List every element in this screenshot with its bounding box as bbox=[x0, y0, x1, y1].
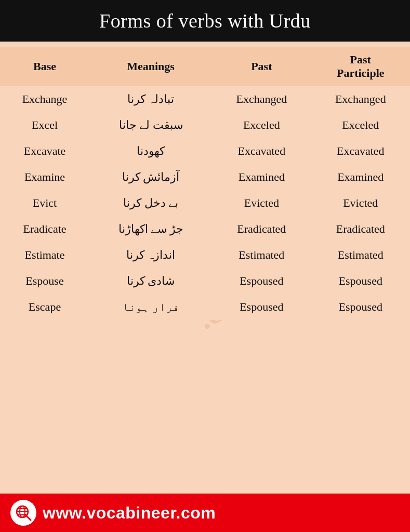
table-container: www.vocabineer.com Base Meanings Past Pa… bbox=[0, 42, 410, 494]
col-meanings: Meanings bbox=[89, 47, 212, 86]
page-header: Forms of verbs with Urdu bbox=[0, 0, 410, 42]
col-base: Base bbox=[0, 47, 89, 86]
cell-past: Eradicated bbox=[212, 216, 311, 242]
cell-base: Evict bbox=[0, 190, 89, 216]
cell-base: Espouse bbox=[0, 268, 89, 294]
cell-past-participle: Excavated bbox=[311, 138, 410, 164]
table-row: Escapeفرار ہوناEspousedEspoused bbox=[0, 294, 410, 320]
cell-past: Espoused bbox=[212, 294, 311, 320]
cell-meaning: جڑ سے اکھاڑنا bbox=[89, 216, 212, 242]
table-row: Exchangeتبادلہ کرناExchangedExchanged bbox=[0, 86, 410, 112]
cell-base: Excavate bbox=[0, 138, 89, 164]
cell-past-participle: Examined bbox=[311, 164, 410, 190]
svg-point-6 bbox=[24, 514, 27, 516]
cell-meaning: اندازہ کرنا bbox=[89, 242, 212, 268]
table-row: Examineآزمائش کرناExaminedExamined bbox=[0, 164, 410, 190]
cell-past-participle: Espoused bbox=[311, 294, 410, 320]
cell-meaning: بے دخل کرنا bbox=[89, 190, 212, 216]
cell-meaning: شادی کرنا bbox=[89, 268, 212, 294]
cell-past-participle: Estimated bbox=[311, 242, 410, 268]
cell-past-participle: Evicted bbox=[311, 190, 410, 216]
cell-meaning: آزمائش کرنا bbox=[89, 164, 212, 190]
cell-past-participle: Espoused bbox=[311, 268, 410, 294]
svg-line-5 bbox=[27, 516, 31, 520]
cell-base: Excel bbox=[0, 112, 89, 138]
cell-past-participle: Exceled bbox=[311, 112, 410, 138]
col-past-participle: PastParticiple bbox=[311, 47, 410, 86]
website-icon bbox=[10, 500, 36, 526]
cell-base: Examine bbox=[0, 164, 89, 190]
cell-past-participle: Eradicated bbox=[311, 216, 410, 242]
cell-meaning: کھودنا bbox=[89, 138, 212, 164]
cell-past: Excavated bbox=[212, 138, 311, 164]
table-row: Espouseشادی کرناEspousedEspoused bbox=[0, 268, 410, 294]
cell-past: Estimated bbox=[212, 242, 311, 268]
footer: www.vocabineer.com bbox=[0, 494, 410, 532]
cell-past: Espoused bbox=[212, 268, 311, 294]
cell-meaning: تبادلہ کرنا bbox=[89, 86, 212, 112]
table-row: Estimateاندازہ کرناEstimatedEstimated bbox=[0, 242, 410, 268]
cell-meaning: فرار ہونا bbox=[89, 294, 212, 320]
col-past: Past bbox=[212, 47, 311, 86]
verbs-table: Base Meanings Past PastParticiple Exchan… bbox=[0, 47, 410, 320]
table-row: Eradicateجڑ سے اکھاڑناEradicatedEradicat… bbox=[0, 216, 410, 242]
table-row: ExcavateکھودناExcavatedExcavated bbox=[0, 138, 410, 164]
cell-base: Eradicate bbox=[0, 216, 89, 242]
cell-past: Evicted bbox=[212, 190, 311, 216]
table-row: Evictبے دخل کرناEvictedEvicted bbox=[0, 190, 410, 216]
cell-base: Estimate bbox=[0, 242, 89, 268]
cell-past-participle: Exchanged bbox=[311, 86, 410, 112]
cell-past: Exchanged bbox=[212, 86, 311, 112]
cell-meaning: سبقت لے جانا bbox=[89, 112, 212, 138]
cell-base: Exchange bbox=[0, 86, 89, 112]
cell-base: Escape bbox=[0, 294, 89, 320]
footer-url: www.vocabineer.com bbox=[43, 503, 216, 523]
table-header-row: Base Meanings Past PastParticiple bbox=[0, 47, 410, 86]
table-row: Excelسبقت لے جاناExceledExceled bbox=[0, 112, 410, 138]
page-title: Forms of verbs with Urdu bbox=[10, 9, 400, 32]
cell-past: Examined bbox=[212, 164, 311, 190]
cell-past: Exceled bbox=[212, 112, 311, 138]
